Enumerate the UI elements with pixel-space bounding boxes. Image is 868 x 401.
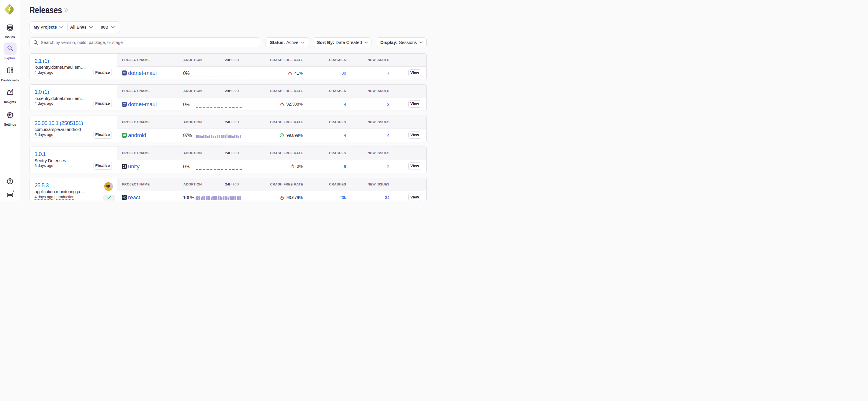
svg-text:MAUI: MAUI (123, 105, 126, 106)
svg-text:.NET: .NET (122, 72, 126, 73)
svg-text:MAUI: MAUI (123, 73, 126, 75)
svg-text:.NET: .NET (122, 103, 126, 104)
